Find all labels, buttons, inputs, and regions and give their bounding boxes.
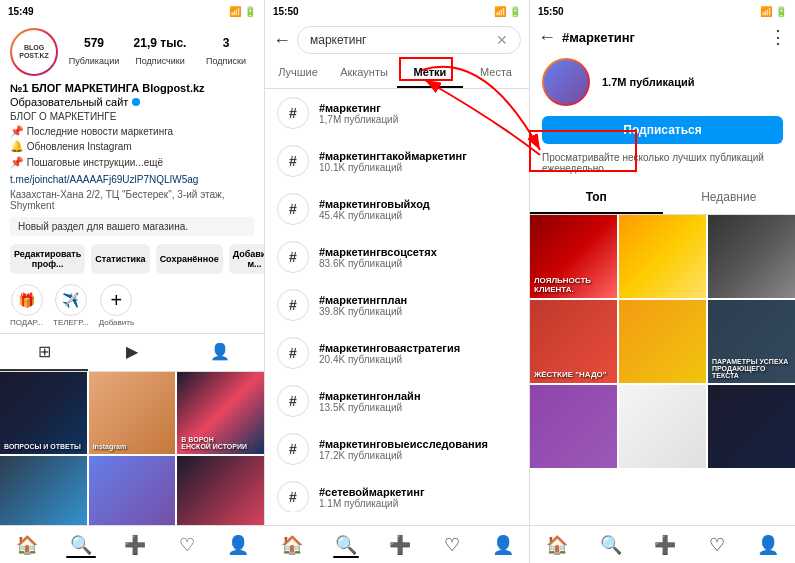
- result-sub-2: 10.1K публикаций: [319, 162, 517, 173]
- search-bar-row: ← маркетинг ✕: [265, 22, 529, 58]
- hashtag-back-button[interactable]: ←: [538, 27, 556, 48]
- hg-cell-6[interactable]: ПАРАМЕТРЫ УСПЕХА ПРОДАЮЩЕГО ТЕКСТА: [708, 300, 795, 383]
- search-input[interactable]: маркетинг: [310, 33, 490, 47]
- search-tabs: Лучшие Аккаунты Метки Места: [265, 58, 529, 89]
- result-3[interactable]: # #маркетинговыйход 45.4K публикаций: [265, 185, 529, 233]
- result-sub-4: 83.6K публикаций: [319, 258, 517, 269]
- tab-top[interactable]: Топ: [530, 182, 663, 214]
- shortcut-telegram[interactable]: ✈️ ТЕЛЕГР...: [53, 284, 89, 327]
- status-bar-search: 15:50 📶 🔋: [265, 0, 529, 22]
- saved-button[interactable]: Сохранённое: [156, 244, 223, 274]
- result-name-9: #сетевоймаркетинг: [319, 486, 517, 498]
- profile-grid: ВОПРОСЫ И ОТВЕТЫ Instagram В ВОРОНЕНСКОЙ…: [0, 372, 264, 538]
- result-name-1: #маркетинг: [319, 102, 517, 114]
- profile-promo[interactable]: Новый раздел для вашего магазина.: [10, 217, 254, 236]
- shortcut-add[interactable]: + Добавить: [99, 284, 134, 327]
- tab-reels[interactable]: ▶: [88, 334, 176, 371]
- hg-cell-7[interactable]: [530, 385, 617, 468]
- result-8[interactable]: # #маркетинговыеисследования 17.2K публи…: [265, 425, 529, 473]
- tab-tagged[interactable]: 👤: [176, 334, 264, 371]
- nav-search-icon[interactable]: 🔍: [70, 534, 92, 556]
- status-time-hashtag: 15:50: [538, 6, 564, 17]
- tab-hashtags[interactable]: Метки: [397, 58, 463, 88]
- hashtag-count: 1.7М публикаций: [602, 76, 783, 88]
- profile-stats: 579 Публикации 21,9 тыс. Подписчики 3 По…: [66, 36, 254, 68]
- result-7[interactable]: # #маркетингонлайн 13.5K публикаций: [265, 377, 529, 425]
- hg-cell-3[interactable]: [708, 215, 795, 298]
- add-button[interactable]: Добавить м...: [229, 244, 265, 274]
- search-panel: 15:50 📶 🔋 ← маркетинг ✕ Лучшие Аккаунты …: [265, 0, 530, 563]
- nav-heart-icon[interactable]: ♡: [179, 534, 195, 556]
- hashtag-avatar: [542, 58, 590, 106]
- nav-heart-icon-search[interactable]: ♡: [444, 534, 460, 556]
- hg-cell-1[interactable]: ЛОЯЛЬНОСТЬ КЛИЕНТА.: [530, 215, 617, 298]
- result-4[interactable]: # #маркетингвсоцсетях 83.6K публикаций: [265, 233, 529, 281]
- tab-recent[interactable]: Недавние: [663, 182, 796, 214]
- hg-cell-5[interactable]: [619, 300, 706, 383]
- nav-profile-icon[interactable]: 👤: [227, 534, 249, 556]
- avatar[interactable]: BLOGPOST.KZ: [10, 28, 58, 76]
- hashtag-icon-8: #: [277, 433, 309, 465]
- edit-profile-button[interactable]: Редактировать проф...: [10, 244, 85, 274]
- stats-button[interactable]: Статистика: [91, 244, 149, 274]
- hashtag-follow-button[interactable]: Подписаться: [542, 116, 783, 144]
- hashtag-icon-5: #: [277, 289, 309, 321]
- result-9[interactable]: # #сетевоймаркетинг 1.1M публикаций: [265, 473, 529, 512]
- nav-search-icon-hashtag[interactable]: 🔍: [600, 534, 622, 556]
- telegram-icon: ✈️: [55, 284, 87, 316]
- status-icons-search: 📶 🔋: [494, 6, 521, 17]
- status-icons-hashtag: 📶 🔋: [760, 6, 787, 17]
- hg-cell-9[interactable]: [708, 385, 795, 468]
- tab-grid[interactable]: ⊞: [0, 334, 88, 371]
- stat-followers: 21,9 тыс. Подписчики: [132, 36, 188, 68]
- tab-places[interactable]: Места: [463, 58, 529, 88]
- profile-header: BLOGPOST.KZ 579 Публикации 21,9 тыс. Под…: [0, 22, 264, 82]
- shortcut-gift[interactable]: 🎁 ПОДАР...: [10, 284, 43, 327]
- nav-profile-icon-hashtag[interactable]: 👤: [757, 534, 779, 556]
- result-1[interactable]: # #маркетинг 1,7M публикаций: [265, 89, 529, 137]
- grid-cell-1[interactable]: ВОПРОСЫ И ОТВЕТЫ: [0, 372, 87, 454]
- profile-link[interactable]: t.me/joinchat/AAAAAFj69UzlP7NQLIW5ag: [0, 172, 264, 187]
- profile-view-tabs: ⊞ ▶ 👤: [0, 333, 264, 372]
- nav-search-icon-search[interactable]: 🔍: [335, 534, 357, 556]
- hg-cell-8[interactable]: [619, 385, 706, 468]
- nav-add-icon-search[interactable]: ➕: [389, 534, 411, 556]
- hashtag-meta: 1.7М публикаций: [602, 76, 783, 88]
- stat-following: 3 Подписки: [198, 36, 254, 68]
- hashtag-more-button[interactable]: ⋮: [769, 26, 787, 48]
- profile-username: №1 БЛОГ МАРКЕТИНГА Blogpost.kz: [0, 82, 264, 96]
- status-icons-profile: 📶 🔋: [229, 6, 256, 17]
- clear-search-icon[interactable]: ✕: [496, 32, 508, 48]
- search-input-wrapper[interactable]: маркетинг ✕: [297, 26, 521, 54]
- hg-cell-4[interactable]: ЖЁСТКИЕ "НАДО": [530, 300, 617, 383]
- nav-home-icon[interactable]: 🏠: [16, 534, 38, 556]
- grid-cell-2[interactable]: Instagram: [89, 372, 176, 454]
- nav-add-icon-hashtag[interactable]: ➕: [654, 534, 676, 556]
- result-name-2: #маркетингтакоймаркетинг: [319, 150, 517, 162]
- back-button[interactable]: ←: [273, 30, 291, 51]
- result-6[interactable]: # #маркетинговаястратегия 20.4K публикац…: [265, 329, 529, 377]
- nav-add-icon[interactable]: ➕: [124, 534, 146, 556]
- nav-home-icon-search[interactable]: 🏠: [281, 534, 303, 556]
- hg-cell-2[interactable]: [619, 215, 706, 298]
- hashtag-avatar-inner: [544, 60, 588, 104]
- result-2[interactable]: # #маркетингтакоймаркетинг 10.1K публика…: [265, 137, 529, 185]
- status-time-profile: 15:49: [8, 6, 34, 17]
- grid-cell-3[interactable]: В ВОРОНЕНСКОЙ ИСТОРИИ: [177, 372, 264, 454]
- result-sub-3: 45.4K публикаций: [319, 210, 517, 221]
- result-5[interactable]: # #маркетингплан 39.8K публикаций: [265, 281, 529, 329]
- nav-heart-icon-hashtag[interactable]: ♡: [709, 534, 725, 556]
- nav-profile-icon-search[interactable]: 👤: [492, 534, 514, 556]
- followers-label: Подписчики: [135, 56, 185, 66]
- tab-accounts[interactable]: Аккаунты: [331, 58, 397, 88]
- profile-bottom-nav: 🏠 🔍 ➕ ♡ 👤: [0, 525, 265, 563]
- verified-icon: [132, 98, 140, 106]
- nav-home-icon-hashtag[interactable]: 🏠: [546, 534, 568, 556]
- hashtag-icon-6: #: [277, 337, 309, 369]
- tab-best[interactable]: Лучшие: [265, 58, 331, 88]
- search-bottom-nav: 🏠 🔍 ➕ ♡ 👤: [265, 525, 530, 563]
- hashtag-icon-7: #: [277, 385, 309, 417]
- hashtag-title: #маркетинг: [562, 30, 763, 45]
- hashtag-grid: ЛОЯЛЬНОСТЬ КЛИЕНТА. ЖЁСТКИЕ "НАДО" ПАРАМ…: [530, 215, 795, 468]
- followers-count: 21,9 тыс.: [132, 36, 188, 50]
